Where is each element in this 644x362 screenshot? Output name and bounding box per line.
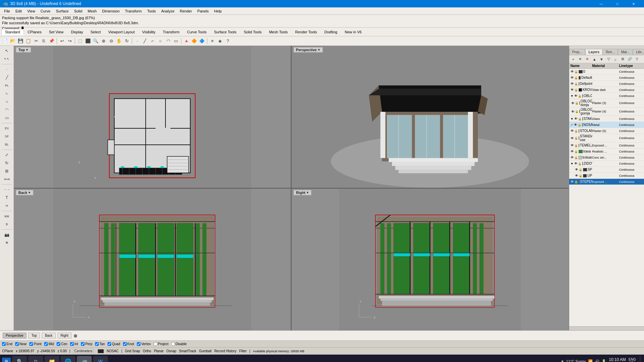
render-icon[interactable]: 🔶 xyxy=(190,37,198,45)
osnap-quad[interactable]: Quad xyxy=(108,342,120,346)
layer-row-zidovi[interactable]: ▼👁🔒ZIDOVIContinuous xyxy=(569,161,644,167)
color-swatch-zidovi[interactable] xyxy=(582,162,583,165)
paste-icon[interactable]: 📌 xyxy=(48,37,55,45)
rp-tab-ren---[interactable]: Ren... xyxy=(603,49,618,55)
color-swatch-defpoints[interactable] xyxy=(579,82,579,86)
rectangle-icon[interactable]: ▭ xyxy=(172,37,180,45)
ortho[interactable]: Ortho xyxy=(143,349,151,353)
layer-row-krov[interactable]: 👁🔒KROVSlate darkContinuous xyxy=(569,87,644,93)
hatch-tool[interactable]: H xyxy=(1,202,13,209)
polyline-icon[interactable]: ⌐ xyxy=(149,37,156,45)
layer-row-obloga_donja[interactable]: 👁🔒OBLOGA donjaPlaster (3)Continuous xyxy=(569,99,644,107)
lock-icon-trava[interactable]: 🔒 xyxy=(574,150,578,153)
color-swatch-0[interactable] xyxy=(579,70,583,73)
vp-perspective-dropdown[interactable]: ▼ xyxy=(317,48,320,52)
expand-icon-staklo[interactable]: ▼ xyxy=(571,117,574,121)
osnap-vertex-checkbox[interactable] xyxy=(137,342,141,346)
osnap-int-checkbox[interactable] xyxy=(70,342,74,346)
color-swatch-staklo[interactable] xyxy=(582,117,583,121)
visibility-icon-obloga_donja[interactable]: 👁 xyxy=(571,101,575,105)
color-swatch-obloga_gornja[interactable] xyxy=(579,110,580,113)
viewport-right[interactable]: Right ▼ z y xyxy=(292,189,569,331)
lock-icon-stepenice[interactable]: 🔒 xyxy=(574,180,578,184)
osnap-cen-checkbox[interactable] xyxy=(57,342,60,346)
visibility-icon-staklo[interactable]: 👁 xyxy=(574,117,578,121)
menu-item-file[interactable]: File xyxy=(1,8,13,14)
array-tool[interactable]: ⊞⊞ xyxy=(1,212,13,220)
help-panel-button[interactable]: ? xyxy=(634,56,640,63)
color-swatch-up[interactable] xyxy=(583,174,587,177)
layer-row-obloga[interactable]: ▼👁🔒OBLOGAContinuous xyxy=(569,93,644,99)
taskbar-rhino[interactable]: 🦏 xyxy=(77,356,92,362)
osnap-end[interactable]: End xyxy=(2,342,12,346)
lock-icon-obloga_gornja[interactable]: 🔒 xyxy=(575,110,579,113)
osnap-disable-checkbox[interactable] xyxy=(171,342,175,346)
toolbar-tab-new-in-v6[interactable]: New in V6 xyxy=(341,29,365,35)
planar[interactable]: Planar xyxy=(154,349,164,353)
visibility-icon-temelj[interactable]: 👁 xyxy=(571,143,574,147)
select-window-icon[interactable]: ⬛ xyxy=(84,37,92,45)
color-swatch-nosac[interactable] xyxy=(582,123,583,127)
osnap-vertex[interactable]: Vertex xyxy=(137,342,151,346)
toolbar-tab-render-tools[interactable]: Render Tools xyxy=(292,29,321,35)
show-desktop-button[interactable] xyxy=(640,356,642,362)
tab-right[interactable]: Right xyxy=(58,333,71,338)
new-layer-button[interactable]: + xyxy=(570,56,577,63)
viewport-top-label[interactable]: Top ▼ xyxy=(16,47,31,53)
visibility-icon-stepenice[interactable]: 👁 xyxy=(571,180,574,184)
visibility-icon-zidovi[interactable]: 👁 xyxy=(574,162,578,165)
maximize-button[interactable]: □ xyxy=(610,0,625,7)
layer-row-trotoar[interactable]: 👁🔒trotoarConc stri...Continuous xyxy=(569,155,644,161)
toolbar-tab-display[interactable]: Display xyxy=(67,29,87,35)
menu-item-help[interactable]: Help xyxy=(211,8,224,14)
menu-item-surface[interactable]: Surface xyxy=(53,8,71,14)
color-swatch-trotoar[interactable] xyxy=(579,156,582,159)
rp-tab-layers[interactable]: Layers xyxy=(585,49,602,55)
help-icon[interactable]: ? xyxy=(224,37,232,45)
lock-icon-obloga[interactable]: 🔒 xyxy=(578,94,582,98)
point-icon[interactable]: · xyxy=(133,37,141,45)
properties-icon[interactable]: 📋 xyxy=(25,37,32,45)
osnap-mid-checkbox[interactable] xyxy=(44,342,48,346)
open-icon[interactable]: 📂 xyxy=(9,37,17,45)
zoom-in-icon[interactable]: ⊕ xyxy=(100,37,107,45)
visibility-icon-nosac[interactable]: 👁 xyxy=(574,123,577,127)
visibility-icon-trava[interactable]: 👁 xyxy=(571,150,574,153)
object-properties-icon[interactable]: ◈ xyxy=(216,37,224,45)
circle-tool[interactable]: ○ xyxy=(1,98,13,105)
visibility-icon-stolarija[interactable]: 👁 xyxy=(571,129,574,133)
osnap-perp-checkbox[interactable] xyxy=(81,342,85,346)
toolbar-tab-select[interactable]: Select xyxy=(87,29,105,35)
color-swatch-stepenice[interactable] xyxy=(579,180,579,184)
dimension-tool[interactable]: ←→ xyxy=(1,186,13,193)
menu-item-dimension[interactable]: Dimension xyxy=(99,8,122,14)
osnap-near-checkbox[interactable] xyxy=(15,342,19,346)
vp-back-dropdown[interactable]: ▼ xyxy=(28,191,31,194)
rp-tab-prop---[interactable]: Prop... xyxy=(569,49,585,55)
polyline-tool[interactable]: PL xyxy=(1,82,13,89)
osnap-knot-checkbox[interactable] xyxy=(123,342,127,346)
new-icon[interactable]: 📄 xyxy=(1,37,9,45)
toolbar-tab-drafting[interactable]: Drafting xyxy=(320,29,341,35)
layer-row-staklo[interactable]: ▼👁🔒STAKLOGlassContinuous xyxy=(569,116,644,122)
toolbar-tab-viewport-layout[interactable]: Viewport Layout xyxy=(104,29,139,35)
menu-item-analyze[interactable]: Analyze xyxy=(158,8,177,14)
layer-row-temelj[interactable]: 👁🔒TEMELJExposed ...Continuous xyxy=(569,142,644,149)
menu-item-mesh[interactable]: Mesh xyxy=(85,8,99,14)
viewport-right-label[interactable]: Right ▼ xyxy=(294,190,311,195)
toolbar-tab-surface-tools[interactable]: Surface Tools xyxy=(210,29,240,35)
color-swatch-default[interactable] xyxy=(579,76,581,79)
layer-up-button[interactable]: ✕ xyxy=(584,56,591,63)
toolbar-tab-mesh-tools[interactable]: Mesh Tools xyxy=(265,29,291,35)
menu-item-panels[interactable]: Panels xyxy=(195,8,212,14)
lock-icon-stolarija[interactable]: 🔒 xyxy=(574,129,578,133)
render-full-icon[interactable]: 🔷 xyxy=(198,37,206,45)
gumball[interactable]: Gumball xyxy=(199,349,211,353)
lock-icon-standard_ose[interactable]: 🔒 xyxy=(574,136,578,140)
record-history[interactable]: Record History xyxy=(214,349,237,353)
visibility-icon-standard_ose[interactable]: 👁 xyxy=(571,136,574,140)
rp-tab-libr---[interactable]: Libr... xyxy=(633,49,644,55)
osnap-point[interactable]: Point xyxy=(29,342,41,346)
osnap-project[interactable]: Project xyxy=(154,342,168,346)
boolean-tool[interactable]: BL xyxy=(1,141,13,148)
